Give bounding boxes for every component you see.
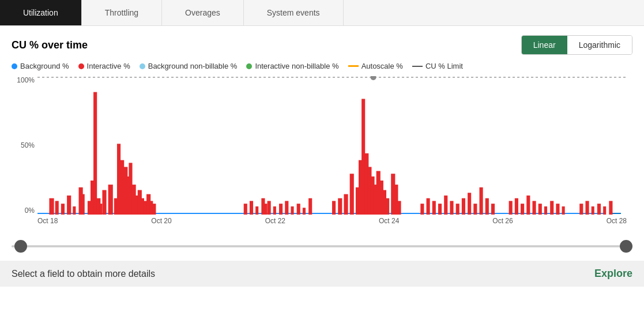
legend-dash-cu-limit [412, 66, 423, 67]
bottom-bar: Select a field to obtain more details Ex… [0, 261, 644, 287]
slider-fill [12, 246, 632, 247]
y-label-100: 100% [17, 76, 35, 84]
legend-label-background-non-billable: Background non-billable % [148, 62, 238, 70]
chart-header: CU % over time Linear Logarithmic [12, 35, 632, 55]
bottom-bar-text: Select a field to obtain more details [12, 269, 155, 279]
main-content: CU % over time Linear Logarithmic Backgr… [0, 26, 644, 232]
scale-buttons: Linear Logarithmic [521, 35, 632, 55]
chart-wrapper: 100% 50% 0% Oct 18 Oct 20 Oct 22 Oct 24 … [12, 76, 632, 232]
slider-handle-left[interactable] [14, 240, 27, 253]
x-axis: Oct 18 Oct 20 Oct 22 Oct 24 Oct 26 Oct 2… [37, 215, 627, 227]
slider-track [12, 246, 632, 247]
legend-interactive: Interactive % [78, 62, 130, 70]
x-label-oct20: Oct 20 [151, 217, 171, 225]
legend-dash-autoscale [348, 65, 359, 67]
scale-linear-button[interactable]: Linear [522, 36, 567, 54]
x-label-oct22: Oct 22 [265, 217, 285, 225]
legend-dot-interactive [78, 63, 84, 69]
y-label-50: 50% [21, 141, 35, 149]
slider-handle-right[interactable] [620, 240, 632, 253]
tab-system-events[interactable]: System events [244, 0, 344, 25]
tab-throttling[interactable]: Throttling [82, 0, 162, 25]
range-slider[interactable] [12, 238, 632, 255]
legend-label-interactive-non-billable: Interactive non-billable % [255, 62, 338, 70]
legend-dot-background-non-billable [140, 63, 145, 69]
legend-interactive-non-billable: Interactive non-billable % [246, 62, 338, 70]
chart-plot [37, 76, 627, 215]
tab-overages[interactable]: Overages [162, 0, 244, 25]
legend-dot-interactive-non-billable [246, 63, 252, 69]
legend-background: Background % [12, 62, 69, 70]
y-label-0: 0% [25, 206, 35, 215]
chart-area: 100% 50% 0% Oct 18 Oct 20 Oct 22 Oct 24 … [37, 76, 627, 232]
chart-legend: Background % Interactive % Background no… [12, 62, 632, 70]
legend-autoscale: Autoscale % [348, 62, 403, 70]
explore-button[interactable]: Explore [594, 268, 632, 280]
x-label-oct18: Oct 18 [37, 217, 58, 225]
legend-label-interactive: Interactive % [87, 62, 130, 70]
legend-dot-background [12, 63, 17, 69]
scale-logarithmic-button[interactable]: Logarithmic [567, 36, 632, 54]
tab-utilization[interactable]: Utilization [0, 0, 82, 25]
chart-canvas[interactable] [37, 76, 627, 215]
legend-label-cu-limit: CU % Limit [425, 62, 463, 70]
tabs-bar: Utilization Throttling Overages System e… [0, 0, 644, 26]
y-axis: 100% 50% 0% [12, 76, 35, 215]
x-label-oct24: Oct 24 [379, 217, 399, 225]
chart-title: CU % over time [12, 39, 88, 51]
legend-cu-limit: CU % Limit [412, 62, 463, 70]
x-label-oct26: Oct 26 [492, 217, 513, 225]
legend-label-background: Background % [20, 62, 69, 70]
legend-label-autoscale: Autoscale % [361, 62, 403, 70]
legend-background-non-billable: Background non-billable % [140, 62, 238, 70]
x-label-oct28: Oct 28 [607, 217, 627, 225]
